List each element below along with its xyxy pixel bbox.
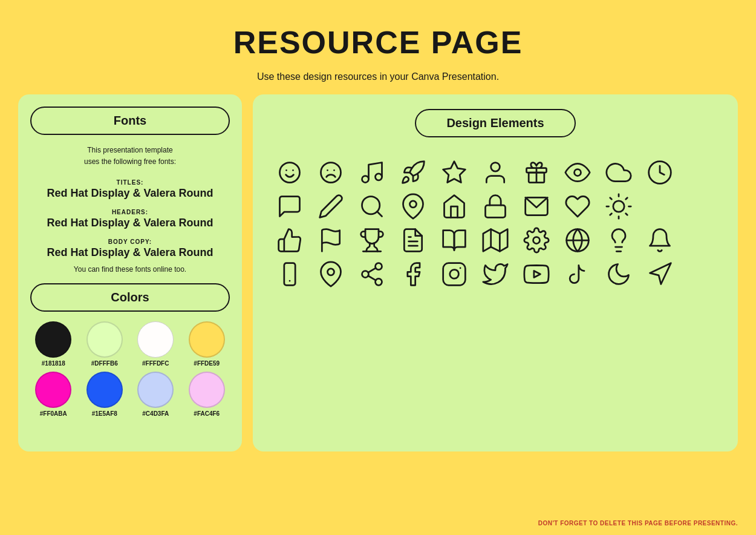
svg-point-44 — [376, 278, 382, 285]
svg-line-46 — [368, 268, 376, 272]
svg-point-7 — [376, 174, 382, 180]
color-swatch-white — [137, 321, 174, 358]
icon-lock — [477, 193, 514, 220]
fonts-note: You can find these fonts online too. — [30, 265, 230, 274]
color-hex-light-blue: #C4D3FA — [142, 410, 169, 417]
icon-trophy — [353, 227, 391, 254]
body-font-group: BODY COPY: Red Hat Display & Valera Roun… — [30, 235, 230, 259]
svg-point-0 — [280, 163, 300, 183]
icon-facebook — [394, 261, 432, 287]
color-item: #FAC4F6 — [184, 372, 230, 417]
titles-font-group: TITLES: Red Hat Display & Valera Round — [30, 176, 230, 200]
svg-rect-47 — [443, 263, 466, 286]
page-subtitle: Use these design resources in your Canva… — [0, 71, 756, 82]
color-grid: #181818 #DFFFB6 #FFFDFC #FFDE59 #FF0ABA — [30, 321, 230, 417]
icon-youtube — [518, 261, 555, 287]
icon-clock — [641, 159, 679, 186]
color-swatch-light-green — [86, 321, 123, 358]
svg-rect-17 — [486, 205, 506, 217]
color-swatch-black — [35, 321, 71, 358]
icon-chat — [271, 193, 308, 220]
svg-marker-49 — [534, 271, 541, 277]
color-swatch-pink — [35, 372, 71, 408]
icon-bell — [641, 227, 679, 254]
icon-twitter — [477, 261, 514, 287]
color-item: #FFDE59 — [184, 321, 230, 367]
color-swatch-lavender — [189, 372, 225, 408]
svg-marker-8 — [443, 162, 466, 183]
icon-heart — [559, 193, 596, 220]
icon-placeholder3 — [682, 193, 720, 220]
svg-point-9 — [491, 163, 500, 172]
color-item: #1E5AF8 — [82, 372, 128, 417]
design-elements-badge: Design Elements — [415, 109, 575, 137]
icon-map — [477, 227, 514, 254]
color-hex-pink: #FF0ABA — [40, 410, 67, 417]
icon-gift — [518, 159, 555, 186]
icon-book — [435, 227, 473, 254]
icon-person — [477, 159, 514, 186]
color-swatch-light-blue — [137, 372, 174, 408]
icon-placeholder2 — [641, 193, 679, 220]
headers-font-group: HEADERS: Red Hat Display & Valera Round — [30, 206, 230, 229]
icon-music — [353, 159, 391, 186]
icon-placeholder5 — [682, 261, 720, 287]
icon-bulb — [600, 227, 637, 254]
color-hex-yellow: #FFDE59 — [194, 360, 220, 367]
icon-home — [435, 193, 473, 220]
svg-line-45 — [368, 276, 376, 280]
color-item: #FFFDFC — [132, 321, 179, 367]
icon-rocket — [394, 159, 432, 186]
color-hex-light-green: #DFFFB6 — [91, 360, 118, 367]
colors-badge: Colors — [30, 283, 230, 312]
fonts-badge: Fonts — [30, 107, 230, 135]
svg-point-12 — [575, 169, 581, 176]
icon-share — [353, 261, 391, 287]
icon-tiktok — [559, 261, 596, 287]
color-hex-lavender: #FAC4F6 — [194, 410, 220, 417]
color-hex-blue: #1E5AF8 — [92, 410, 117, 417]
icon-moon — [600, 261, 637, 287]
icon-location — [312, 261, 350, 287]
color-hex-black: #181818 — [42, 360, 65, 367]
icon-smile — [271, 159, 308, 186]
icon-search — [353, 193, 391, 220]
icon-pin — [394, 193, 432, 220]
icon-sun — [600, 193, 637, 220]
icon-globe — [559, 227, 596, 254]
svg-line-22 — [610, 198, 612, 200]
svg-point-42 — [376, 263, 382, 270]
icon-mail — [518, 193, 555, 220]
color-item: #C4D3FA — [132, 372, 179, 417]
color-swatch-yellow — [189, 321, 225, 358]
icon-eye — [559, 159, 596, 186]
icon-flag — [312, 227, 350, 254]
color-item: #DFFFB6 — [82, 321, 128, 367]
color-item: #FF0ABA — [30, 372, 77, 417]
icon-pencil — [312, 193, 350, 220]
svg-point-19 — [613, 201, 624, 212]
svg-point-41 — [328, 269, 334, 275]
fonts-description: This presentation template uses the foll… — [30, 145, 230, 168]
svg-rect-39 — [284, 263, 295, 286]
icon-placeholder — [682, 159, 720, 186]
icons-grid — [271, 159, 720, 287]
svg-point-34 — [533, 237, 540, 244]
svg-point-43 — [362, 271, 369, 278]
icon-megaphone — [641, 261, 679, 287]
icon-phone — [271, 261, 308, 287]
icon-placeholder4 — [682, 227, 720, 254]
svg-line-23 — [626, 214, 628, 215]
icon-cloud — [600, 159, 637, 186]
footer-note: DON'T FORGET TO DELETE THIS PAGE BEFORE … — [538, 520, 738, 527]
svg-line-15 — [377, 212, 382, 217]
icon-instagram — [435, 261, 473, 287]
svg-point-6 — [362, 176, 369, 183]
color-swatch-blue — [86, 372, 123, 408]
icon-star — [435, 159, 473, 186]
color-hex-white: #FFFDFC — [142, 360, 169, 367]
svg-line-27 — [626, 198, 628, 200]
svg-marker-31 — [483, 229, 507, 252]
svg-point-3 — [321, 163, 341, 183]
colors-section: Colors #181818 #DFFFB6 #FFFDFC #FFDE59 — [30, 283, 230, 417]
